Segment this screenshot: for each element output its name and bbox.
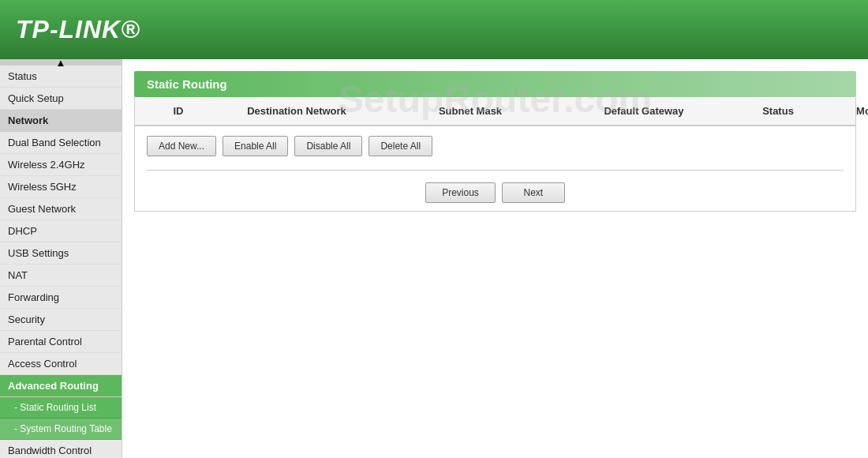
- col-destination: Destination Network: [210, 105, 383, 117]
- page-title: Static Routing: [134, 71, 856, 97]
- sidebar-item-security[interactable]: Security: [0, 309, 122, 331]
- sidebar-item-wireless-5[interactable]: Wireless 5GHz: [0, 176, 122, 198]
- sidebar-item-nat[interactable]: NAT: [0, 265, 122, 287]
- logo-text: TP-LINK®: [16, 15, 140, 43]
- sidebar-item-advanced-routing[interactable]: Advanced Routing: [0, 375, 122, 397]
- sidebar-item-access-control[interactable]: Access Control: [0, 353, 122, 375]
- pagination-row: Previous Next: [135, 175, 855, 211]
- sidebar: ▲ Status Quick Setup Network Dual Band S…: [0, 59, 122, 458]
- sidebar-item-dual-band[interactable]: Dual Band Selection: [0, 132, 122, 154]
- divider: [147, 170, 844, 171]
- sidebar-item-wireless-24[interactable]: Wireless 2.4GHz: [0, 154, 122, 176]
- col-gateway: Default Gateway: [557, 105, 731, 117]
- previous-button[interactable]: Previous: [425, 182, 496, 203]
- sidebar-item-dhcp[interactable]: DHCP: [0, 220, 122, 242]
- col-id: ID: [147, 105, 210, 117]
- sidebar-item-static-routing-list[interactable]: - Static Routing List: [0, 397, 122, 419]
- logo: TP-LINK®: [16, 15, 140, 44]
- layout: ▲ Status Quick Setup Network Dual Band S…: [0, 59, 868, 458]
- scroll-up-indicator[interactable]: ▲: [0, 59, 122, 66]
- sidebar-item-system-routing-table[interactable]: - System Routing Table: [0, 419, 122, 440]
- content-area: ID Destination Network Subnet Mask Defau…: [134, 97, 856, 212]
- add-new-button[interactable]: Add New...: [147, 136, 216, 156]
- table-header: ID Destination Network Subnet Mask Defau…: [135, 97, 855, 126]
- main-content: Static Routing ID Destination Network Su…: [122, 59, 868, 458]
- sidebar-item-parental-control[interactable]: Parental Control: [0, 331, 122, 353]
- sidebar-item-network[interactable]: Network: [0, 110, 122, 132]
- col-modify: Modify: [825, 105, 868, 117]
- sidebar-item-quick-setup[interactable]: Quick Setup: [0, 88, 122, 110]
- next-button[interactable]: Next: [502, 182, 565, 203]
- col-subnet: Subnet Mask: [383, 105, 557, 117]
- sidebar-item-forwarding[interactable]: Forwarding: [0, 287, 122, 309]
- sidebar-item-bandwidth-control[interactable]: Bandwidth Control: [0, 440, 122, 458]
- action-buttons: Add New... Enable All Disable All Delete…: [135, 126, 855, 166]
- disable-all-button[interactable]: Disable All: [294, 136, 362, 156]
- enable-all-button[interactable]: Enable All: [223, 136, 288, 156]
- col-status: Status: [731, 105, 825, 117]
- header: TP-LINK®: [0, 0, 868, 59]
- delete-all-button[interactable]: Delete All: [369, 136, 432, 156]
- sidebar-item-guest-network[interactable]: Guest Network: [0, 198, 122, 220]
- sidebar-item-usb-settings[interactable]: USB Settings: [0, 242, 122, 265]
- sidebar-item-status[interactable]: Status: [0, 66, 122, 88]
